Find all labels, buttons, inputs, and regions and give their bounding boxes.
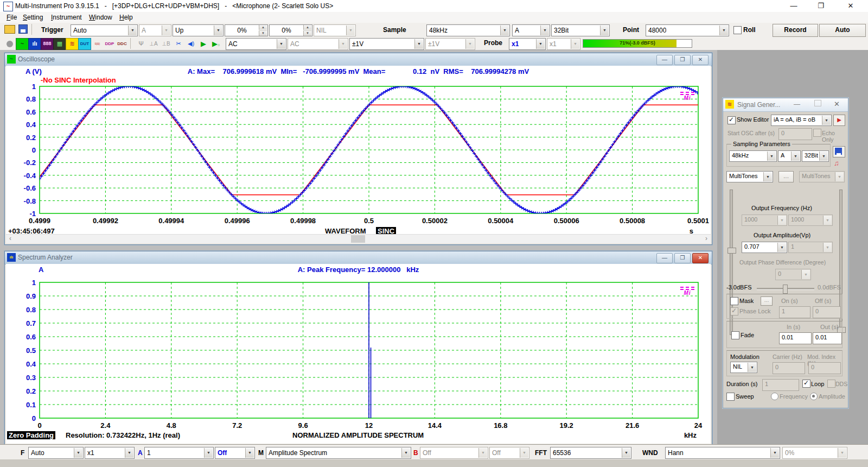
waveform-a-combo[interactable]: MultiTones▼ xyxy=(726,171,773,182)
sg-channel-combo[interactable]: A▼ xyxy=(778,150,801,162)
chevron-down-icon[interactable]: ▼ xyxy=(74,448,82,458)
open-file-icon[interactable] xyxy=(4,25,15,34)
a-extra-combo[interactable]: Off▼ xyxy=(215,447,255,459)
ddp-viewer-icon[interactable]: DDP xyxy=(103,38,116,50)
coupling-a-combo[interactable]: AC▼ xyxy=(226,38,286,50)
amplitude-a-combo[interactable]: 0.707▼ xyxy=(742,242,787,253)
minimize-button[interactable]: — xyxy=(656,55,673,65)
spectrum-analyzer-icon[interactable]: ılı xyxy=(28,38,41,50)
spectrum-plot[interactable]: 10.90.80.70.60.50.40.30.20.1002.44.87.29… xyxy=(8,277,709,436)
record-button[interactable]: Record xyxy=(773,24,818,37)
sweep-checkbox[interactable] xyxy=(726,393,735,401)
run-icon[interactable]: ▶ xyxy=(197,38,210,50)
derived-data-curve-icon[interactable]: ≈≈ xyxy=(91,38,104,50)
chevron-down-icon[interactable]: ▼ xyxy=(822,116,831,125)
slider-thumb[interactable] xyxy=(783,285,788,294)
chevron-down-icon[interactable]: ▼ xyxy=(125,448,133,458)
waveform-a-edit-button[interactable]: ... xyxy=(778,171,794,182)
minimize-button[interactable]: — xyxy=(656,253,673,263)
restore-button[interactable]: ❐ xyxy=(674,55,691,65)
chevron-down-icon[interactable]: ▼ xyxy=(214,26,222,35)
spinner-down-icon[interactable]: ▼ xyxy=(259,30,267,36)
chevron-down-icon[interactable]: ▼ xyxy=(767,152,776,161)
sample-rate-combo[interactable]: 48kHz▼ xyxy=(426,24,510,36)
chevron-down-icon[interactable]: ▼ xyxy=(600,26,609,35)
zero-padding-badge[interactable]: Zero Padding xyxy=(7,431,55,439)
trigger-mode-combo[interactable]: Auto▼ xyxy=(71,24,138,36)
probe-tool-icon[interactable]: ✂ xyxy=(172,38,185,50)
range-a-combo[interactable]: ±1V▼ xyxy=(349,38,424,50)
chevron-down-icon[interactable]: ▼ xyxy=(245,448,254,458)
close-button[interactable]: ✕ xyxy=(692,55,709,65)
chevron-down-icon[interactable]: ▼ xyxy=(763,172,772,181)
sg-bits-combo[interactable]: 32Bit▼ xyxy=(802,150,829,162)
save-icon[interactable] xyxy=(18,24,28,34)
spinner-up-icon[interactable]: ▲ xyxy=(303,25,311,30)
fade-out-input[interactable]: 0.01 xyxy=(813,332,842,344)
scrollbar-thumb[interactable] xyxy=(351,235,365,243)
chevron-down-icon[interactable]: ▼ xyxy=(401,448,410,458)
chevron-down-icon[interactable]: ▼ xyxy=(622,448,630,458)
slider-thumb[interactable] xyxy=(727,248,736,254)
chevron-down-icon[interactable]: ▼ xyxy=(128,26,137,35)
ddc-icon[interactable]: DDC xyxy=(116,38,129,50)
chevron-down-icon[interactable]: ▼ xyxy=(777,243,786,252)
maximize-button[interactable]: ❐ xyxy=(808,0,833,12)
probe-a-combo[interactable]: x1▼ xyxy=(509,38,546,50)
chevron-down-icon[interactable]: ▼ xyxy=(414,39,423,49)
chevron-down-icon[interactable]: ▼ xyxy=(748,363,756,372)
oscilloscope-plot[interactable]: 10.80.60.40.20-0.2-0.4-0.6-0.8-10.49990.… xyxy=(8,82,709,228)
a-gain-combo[interactable]: 1▼ xyxy=(144,447,214,459)
scroll-right-icon[interactable]: › xyxy=(702,235,711,243)
oscilloscope-titlebar[interactable]: ~ Oscilloscope — ❐ ✕ xyxy=(5,53,712,66)
close-button[interactable]: ✕ xyxy=(692,253,709,263)
speaker-icon[interactable]: ◀) xyxy=(184,38,197,50)
menu-window[interactable]: Window xyxy=(87,13,114,22)
spinner-down-icon[interactable]: ▼ xyxy=(303,30,311,36)
chevron-down-icon[interactable]: ▼ xyxy=(719,26,728,35)
points-combo[interactable]: 48000▼ xyxy=(646,24,729,36)
routing-combo[interactable]: iA = oA, iB = oB▼ xyxy=(771,115,832,126)
fade-in-input[interactable]: 0.01 xyxy=(779,332,812,344)
fft-size-combo[interactable]: 65536▼ xyxy=(550,447,631,459)
frequency-mult-combo[interactable]: x1▼ xyxy=(85,447,135,459)
spinner-up-icon[interactable]: ▲ xyxy=(259,25,267,30)
scroll-left-icon[interactable]: ‹ xyxy=(6,235,15,243)
waveform-library-icon[interactable]: ♫ xyxy=(834,159,839,167)
signal-generator-icon[interactable]: ≋ xyxy=(66,38,79,50)
frequency-mode-combo[interactable]: Auto▼ xyxy=(28,447,84,459)
mask-checkbox[interactable] xyxy=(730,297,738,305)
menu-help[interactable]: Help xyxy=(117,13,135,22)
trigger-level-spinner[interactable]: 0%▲▼ xyxy=(225,24,268,36)
fade-checkbox[interactable] xyxy=(731,331,739,339)
chevron-down-icon[interactable]: ▼ xyxy=(204,448,213,458)
chevron-down-icon[interactable]: ▼ xyxy=(540,26,549,35)
sg-rate-combo[interactable]: 48kHz▼ xyxy=(729,150,777,162)
trigger-delay-spinner[interactable]: 0%▲▼ xyxy=(269,24,312,36)
oscilloscope-hscrollbar[interactable]: ‹ › xyxy=(6,234,711,243)
restore-button[interactable]: ❐ xyxy=(674,253,691,263)
chevron-down-icon[interactable]: ▼ xyxy=(770,448,779,458)
modulation-type-combo[interactable]: NIL▼ xyxy=(730,362,757,373)
show-editor-checkbox[interactable] xyxy=(727,116,736,124)
chevron-down-icon[interactable]: ▼ xyxy=(500,26,509,35)
multimeter-icon[interactable]: 888 xyxy=(41,38,54,50)
sample-channel-combo[interactable]: A▼ xyxy=(512,24,550,36)
sample-bits-combo[interactable]: 32Bit▼ xyxy=(551,24,610,36)
spectrum-3d-plot-icon[interactable]: ▦ xyxy=(53,38,66,50)
start-generator-button[interactable]: ▶ xyxy=(833,115,845,126)
dbfs-slider[interactable] xyxy=(757,288,814,290)
close-button[interactable]: ✕ xyxy=(838,0,863,12)
window-function-combo[interactable]: Hann▼ xyxy=(665,447,780,459)
auto-button[interactable]: Auto xyxy=(819,24,866,37)
spectrum-titlebar[interactable]: ılı Spectrum Analyzer — ❐ ✕ xyxy=(5,251,712,264)
device-test-plan-icon[interactable]: DUT xyxy=(78,38,91,50)
menu-file[interactable]: File xyxy=(4,13,19,22)
chevron-down-icon[interactable]: ▼ xyxy=(819,152,828,161)
signal-generator-titlebar[interactable]: ≋ Signal Gener... — ✕ xyxy=(723,98,848,112)
run-loop-icon[interactable]: ▶○ xyxy=(209,38,222,50)
loop-checkbox[interactable] xyxy=(802,380,810,388)
sg-save-button[interactable] xyxy=(833,146,845,157)
chevron-down-icon[interactable]: ▼ xyxy=(536,39,545,49)
chevron-down-icon[interactable]: ▼ xyxy=(791,152,800,161)
